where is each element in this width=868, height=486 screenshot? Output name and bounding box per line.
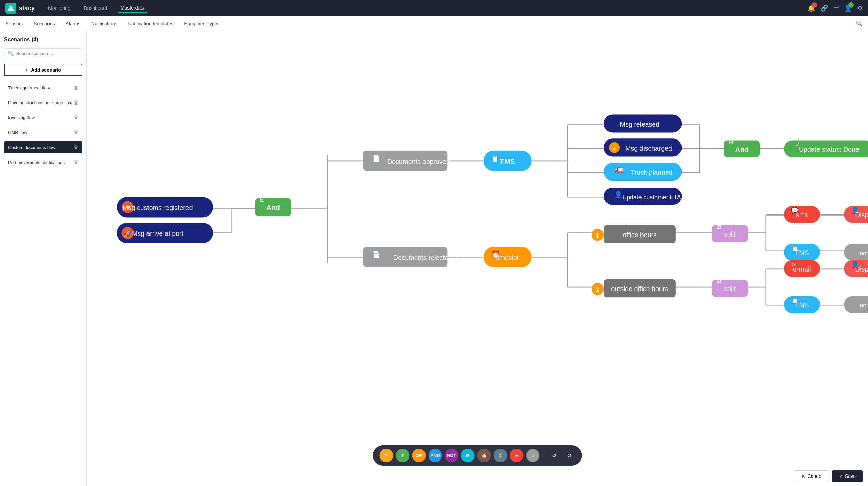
sidebar: Scenarios (4) 🔍 + Add scenario Truck equ… <box>0 31 87 486</box>
svg-text:sms: sms <box>796 211 808 219</box>
user-button[interactable]: 👤 1 <box>844 4 852 12</box>
tool-status[interactable]: ○ <box>526 449 540 462</box>
node-docs-rejected[interactable]: 📄 Documents rejected :( <box>363 247 458 267</box>
flow-diagram[interactable]: ✦ Msg customs registered 🚀 Msg arrive at… <box>87 31 868 459</box>
bottom-action-bar: ✕ Cancel ✓ Save <box>789 466 868 486</box>
save-icon: ✓ <box>839 473 843 479</box>
node-msg-released[interactable]: Msg released <box>604 114 682 132</box>
tool-or[interactable]: OR <box>412 449 426 462</box>
node-tms1[interactable]: 📋 TMS <box>484 151 532 171</box>
undo-button[interactable]: ↺ <box>548 449 560 462</box>
nav-sensors[interactable]: Sensors <box>5 16 23 31</box>
delete-icon[interactable]: 🗑 <box>74 130 78 135</box>
cancel-label: Cancel <box>807 473 822 479</box>
svg-text:split: split <box>724 230 736 238</box>
svg-text:📄: 📄 <box>372 154 381 163</box>
node-docs-approved[interactable]: 📄 Documents approved <box>363 151 450 171</box>
node-split2[interactable]: ⊞ split <box>712 279 748 297</box>
node-msg-discharged[interactable]: ● Msg discharged <box>604 138 682 156</box>
svg-text:🚀: 🚀 <box>124 229 132 238</box>
node-split1[interactable]: ⊞ split <box>712 224 748 242</box>
delete-icon[interactable]: 🗑 <box>74 145 78 150</box>
tool-alarm[interactable]: ⚠ <box>510 449 524 462</box>
delete-icon[interactable]: 🗑 <box>74 100 78 105</box>
tool-output[interactable]: ⬆ <box>396 449 410 462</box>
settings-button[interactable]: ⚙ <box>857 4 863 12</box>
nav-scenarios[interactable]: Scenarios <box>34 16 55 31</box>
svg-text:2: 2 <box>596 286 599 293</box>
svg-text:⊞: ⊞ <box>716 224 721 230</box>
tool-not[interactable]: NOT <box>445 449 458 462</box>
scenario-item-port-movements[interactable]: Port movements notifications 🗑 <box>4 156 82 168</box>
node-timeslot[interactable]: ⏰ timeslot <box>484 247 532 267</box>
nav-notifications[interactable]: Notifications <box>91 16 117 31</box>
delete-icon[interactable]: 🗑 <box>74 115 78 120</box>
scenario-label: Driver instructions per cargo flow <box>8 100 72 105</box>
node-dispatcher2[interactable]: 👤 Dispatcher <box>844 260 868 277</box>
bottom-toolbar: 〜 ⬆ OR AND NOT ⊞ ⏰ ⌛ ⚠ ○ ↺ ↻ <box>373 445 582 466</box>
svg-text:e-mail: e-mail <box>793 265 811 273</box>
user-badge: 1 <box>848 2 854 8</box>
svg-text:Documents approved: Documents approved <box>387 158 450 165</box>
tool-filter[interactable]: ⌛ <box>494 449 507 462</box>
top-nav: stacy Monitoring Dashboard Masterdata 🔔 … <box>0 0 868 16</box>
add-scenario-button[interactable]: + Add scenario <box>4 64 82 76</box>
cancel-button[interactable]: ✕ Cancel <box>794 470 829 482</box>
nav-masterdata[interactable]: Masterdata <box>118 4 147 13</box>
node-outside-office-hours[interactable]: outside office hours <box>604 279 676 297</box>
svg-text:TMS: TMS <box>795 301 809 309</box>
tool-split[interactable]: ⊞ <box>461 449 475 462</box>
add-scenario-label: Add scenario <box>31 67 61 73</box>
tool-timer[interactable]: ⏰ <box>477 449 491 462</box>
node-tms2[interactable]: 📋 TMS <box>784 244 820 261</box>
node-tms3[interactable]: 📋 TMS <box>784 296 820 313</box>
nav-dashboard[interactable]: Dashboard <box>81 4 110 12</box>
logo-icon <box>5 3 16 14</box>
save-button[interactable]: ✓ Save <box>832 470 863 482</box>
tool-sensor[interactable]: 〜 <box>380 449 393 462</box>
search-input[interactable] <box>16 51 79 56</box>
second-nav: Sensors Scenarios Alarms Notifications N… <box>0 16 868 31</box>
nav-alarms[interactable]: Alarms <box>66 16 81 31</box>
svg-text:TMS: TMS <box>795 249 809 257</box>
second-nav-search[interactable]: 🔍 <box>856 20 863 27</box>
scenario-item-invoicing[interactable]: Invoicing flow 🗑 <box>4 111 82 124</box>
notifications-button[interactable]: 🔔 5 <box>808 4 815 12</box>
node-dispatcher1[interactable]: 👤 Dispatcher <box>844 206 868 223</box>
node-sms[interactable]: 💬 sms <box>784 206 820 223</box>
svg-text:And: And <box>735 146 748 153</box>
svg-text:⊞: ⊞ <box>729 139 733 145</box>
scenario-label: CMR flow <box>8 130 27 135</box>
delete-icon[interactable]: 🗑 <box>74 85 78 90</box>
node-email[interactable]: ✉ e-mail <box>784 260 820 277</box>
nav-monitoring[interactable]: Monitoring <box>45 4 73 12</box>
svg-text:Msg released: Msg released <box>620 120 659 128</box>
node-non-conformity1[interactable]: non conformity registration <box>844 244 868 261</box>
nav-notification-templates[interactable]: Notification templates <box>128 16 173 31</box>
scenario-label: Port movements notifications <box>8 160 65 165</box>
svg-text:📋: 📋 <box>491 155 499 163</box>
svg-text:Documents rejected :(: Documents rejected :( <box>393 254 458 261</box>
svg-text:TMS: TMS <box>500 157 515 166</box>
redo-button[interactable]: ↻ <box>563 449 575 462</box>
scenario-item-driver-instructions[interactable]: Driver instructions per cargo flow 🗑 <box>4 96 82 109</box>
list-button[interactable]: ☰ <box>833 4 839 12</box>
node-msg-arrive[interactable]: 🚀 Msg arrive at port <box>117 223 213 243</box>
node-office-hours[interactable]: office hours <box>604 225 676 243</box>
logo: stacy <box>5 3 35 14</box>
node-and1[interactable]: ⊞ And <box>255 196 291 216</box>
tool-and[interactable]: AND <box>429 449 442 462</box>
scenario-item-custom-docs[interactable]: Custom documents flow 🗑 <box>4 141 82 153</box>
node-non-conformity2[interactable]: non conformity registration <box>844 296 868 313</box>
nav-equipment-types[interactable]: Equipment types <box>184 16 219 31</box>
scenario-item-truck-equipment[interactable]: Truck equipment flow 🗑 <box>4 81 82 94</box>
svg-text:split: split <box>724 285 736 293</box>
node-truck-planned[interactable]: 🚛 Truck planned <box>604 163 682 181</box>
node-update-eta[interactable]: 👤 Update customer ETA <box>604 188 682 205</box>
node-and2[interactable]: ⊞ And <box>724 139 760 157</box>
delete-icon[interactable]: 🗑 <box>74 160 78 165</box>
node-msg-customs[interactable]: ✦ Msg customs registered <box>117 197 213 217</box>
node-update-status[interactable]: ✓ Update status: Done <box>784 141 868 157</box>
scenario-item-cmr[interactable]: CMR flow 🗑 <box>4 126 82 138</box>
link-button[interactable]: 🔗 <box>821 4 828 12</box>
